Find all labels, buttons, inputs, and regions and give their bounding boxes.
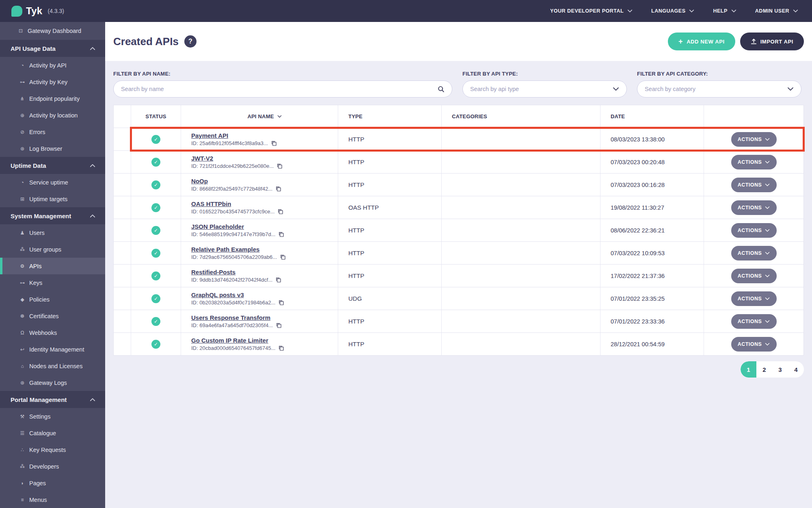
sidebar-item-uptime-targets[interactable]: ⊞Uptime targets [0,191,105,207]
sidebar-item-settings[interactable]: ⚒Settings [0,408,105,425]
search-icon[interactable] [438,86,445,93]
actions-button[interactable]: ACTIONS [731,132,777,147]
sidebar-item-gateway-logs[interactable]: ⊛Gateway Logs [0,374,105,391]
sidebar-item-keys[interactable]: ⊶Keys [0,274,105,291]
brand[interactable]: Tyk (4.3.3) [11,5,64,17]
page-button-4[interactable]: 4 [788,361,804,378]
actions-button[interactable]: ACTIONS [731,314,777,329]
page-button-1[interactable]: 1 [741,361,756,378]
actions-button[interactable]: ACTIONS [731,178,777,192]
sidebar-item-gateway-dashboard[interactable]: ⊡Gateway Dashboard [0,22,105,40]
api-name-link[interactable]: Restified-Posts [191,269,235,276]
copy-icon[interactable] [275,277,281,283]
sidebar-section-portal-management[interactable]: Portal Management [0,391,105,408]
sidebar-item-apis[interactable]: ⚙APIs [0,258,105,274]
api-name-link[interactable]: Relative Path Examples [191,246,259,253]
api-type-select[interactable]: Search by api type [462,80,627,98]
sort-chevron-icon[interactable] [277,115,282,118]
sidebar-item-identity-management[interactable]: ↩Identity Management [0,341,105,358]
sidebar-item-user-groups[interactable]: ⁂User groups [0,241,105,258]
chevron-down-icon [765,183,770,187]
copy-icon[interactable] [276,163,283,169]
sidebar-item-log-browser[interactable]: ⊛Log Browser [0,140,105,157]
row-spacer [114,196,131,219]
sidebar-section-uptime-data[interactable]: Uptime Data [0,157,105,174]
chevron-down-icon [765,274,770,278]
api-id-text: ID: 9ddb13d7462042f27042f4dcf... [191,277,272,283]
actions-button[interactable]: ACTIONS [731,155,777,169]
api-name-link[interactable]: NoOp [191,178,208,185]
sidebar-item-menus[interactable]: ≡Menus [0,491,105,508]
api-name-link[interactable]: JWT-V2 [191,155,213,162]
sidebar-item-service-uptime[interactable]: ◔Service uptime [0,174,105,191]
api-categories [442,196,600,219]
actions-button[interactable]: ACTIONS [731,269,777,283]
copy-icon[interactable] [280,254,286,260]
sidebar-item-developers[interactable]: ⁂Developers [0,458,105,475]
add-new-api-button[interactable]: + ADD NEW API [668,33,735,50]
table-row-jwt-v2: ✓ JWT-V2 ID: 721f2f1cddce429b6225e080e..… [114,151,803,174]
api-name-link[interactable]: Go Custom IP Rate Limiter [191,337,268,344]
actions-button[interactable]: ACTIONS [731,337,777,352]
row-main: ✓ Payment API ID: 25a6fb912f054fff4c3f8a… [131,128,803,150]
sidebar-item-certificates[interactable]: ☸Certificates [0,308,105,324]
topbar-menu-your-developer-portal[interactable]: YOUR DEVELOPER PORTAL [550,8,633,14]
wrench-icon: ⚒ [18,414,27,419]
copy-icon[interactable] [271,140,277,146]
actions-button[interactable]: ACTIONS [731,200,777,215]
sidebar-item-webhooks[interactable]: ΩWebhooks [0,324,105,341]
search-by-name-input[interactable] [121,86,438,92]
sidebar-section-system-management[interactable]: System Management [0,207,105,224]
import-api-button[interactable]: IMPORT API [740,33,804,50]
api-date: 07/03/2023 00:16:28 [600,174,704,196]
chevron-down-icon [765,229,770,232]
api-name-link[interactable]: GraphQL posts v3 [191,291,244,298]
api-name-link[interactable]: OAS HTTPbin [191,200,231,207]
actions-button[interactable]: ACTIONS [731,246,777,261]
sidebar-item-activity-by-api[interactable]: ◔Activity by API [0,57,105,74]
copy-icon[interactable] [278,300,284,306]
sidebar-item-nodes-and-licenses[interactable]: ⌂Nodes and Licenses [0,358,105,374]
sidebar-item-errors[interactable]: ⊘Errors [0,124,105,140]
api-date: 28/12/2021 00:54:59 [600,333,704,355]
sidebar-item-catalogue[interactable]: ☰Catalogue [0,425,105,441]
sidebar-item-activity-by-key[interactable]: ⊶Activity by Key [0,74,105,90]
table-row-noop: ✓ NoOp ID: 8668f22f0a25497c772b48f42... … [114,174,803,196]
copy-icon[interactable] [276,322,282,328]
page-button-3[interactable]: 3 [772,361,788,378]
actions-button[interactable]: ACTIONS [731,223,777,238]
topbar-menu-admin-user[interactable]: ADMIN USER [755,8,798,14]
sidebar-item-users[interactable]: ♟Users [0,224,105,241]
sidebar-item-activity-by-location[interactable]: ⊕Activity by location [0,107,105,124]
table-row-restified-posts: ✓ Restified-Posts ID: 9ddb13d7462042f270… [114,265,803,287]
api-date: 07/03/2023 00:20:48 [600,151,704,173]
sidebar-item-endpoint-popularity[interactable]: ⋔Endpoint popularity [0,90,105,107]
header-spacer [114,105,131,128]
table-row-relative-path-examples: ✓ Relative Path Examples ID: 7d29ac67565… [114,242,803,265]
api-date: 08/06/2022 22:36:21 [600,219,704,241]
column-api-name[interactable]: API NAME [181,105,338,128]
topbar-menu-languages[interactable]: LANGUAGES [651,8,694,14]
copy-icon[interactable] [275,186,281,192]
bank-icon: ⌂ [18,363,27,369]
sidebar-item-key-requests[interactable]: ∴Key Requests [0,441,105,458]
sidebar-item-policies[interactable]: ◆Policies [0,291,105,308]
copy-icon[interactable] [277,208,283,215]
chevron-down-icon [765,252,770,255]
api-name-link[interactable]: JSON Placeholder [191,223,244,230]
copy-icon[interactable] [278,231,284,237]
sidebar-item-pages[interactable]: ◗Pages [0,475,105,491]
row-spacer [114,310,131,332]
topbar-menu-help[interactable]: HELP [713,8,736,14]
sidebar-section-api-usage-data[interactable]: API Usage Data [0,40,105,57]
actions-button[interactable]: ACTIONS [731,291,777,306]
api-id-text: ID: 69a4e6fa47a645df70d2305f4... [191,322,273,328]
page-button-2[interactable]: 2 [756,361,772,378]
chevron-down-icon [765,161,770,164]
help-icon[interactable]: ? [184,35,197,48]
api-name-link[interactable]: Users Response Transform [191,314,270,321]
status-ok-icon: ✓ [151,294,160,303]
copy-icon[interactable] [278,345,284,351]
api-category-select[interactable]: Search by category [637,80,801,98]
api-name-link[interactable]: Payment API [191,132,228,139]
